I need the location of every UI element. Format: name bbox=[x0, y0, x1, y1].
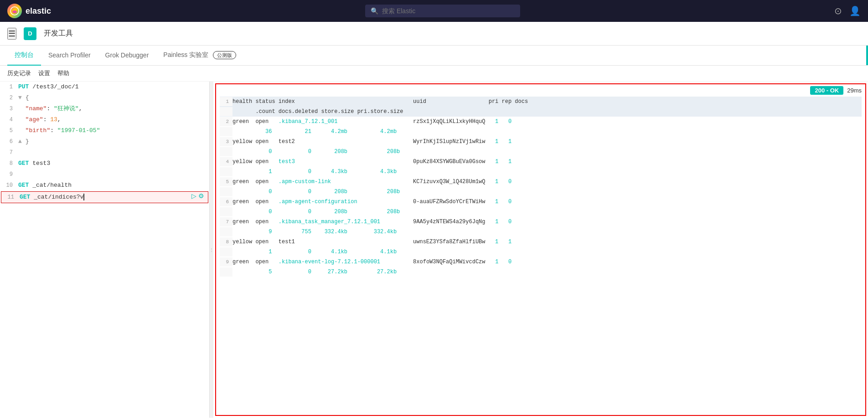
elastic-icon bbox=[10, 6, 19, 15]
toolbar: 历史记录 设置 帮助 bbox=[0, 66, 868, 82]
main-content: 1 PUT /test3/_doc/1 2 ▼ { 3 "name": "狂神说… bbox=[0, 82, 868, 418]
user-icon[interactable]: 👤 bbox=[849, 5, 861, 16]
menu-button[interactable]: ☰ bbox=[7, 28, 16, 40]
elastic-logo-text: elastic bbox=[26, 6, 51, 16]
editor-line-4: 4 "age": 13, bbox=[0, 114, 209, 125]
resp-row-3: 3 yellow open test2 WyrIhKjISlupNzIVj1wR… bbox=[220, 137, 862, 147]
editor-line-8: 8 GET test3 bbox=[0, 158, 209, 169]
dev-title: 开发工具 bbox=[44, 29, 73, 38]
editor-panel: 1 PUT /test3/_doc/1 2 ▼ { 3 "name": "狂神说… bbox=[0, 82, 210, 418]
secondary-nav: ☰ D 开发工具 bbox=[0, 22, 868, 46]
tab-profiler[interactable]: Search Profiler bbox=[41, 46, 98, 65]
run-button[interactable]: ▷ bbox=[191, 192, 196, 200]
tab-console[interactable]: 控制台 bbox=[7, 46, 41, 66]
tab-bar: 控制台 Search Profiler Grok Debugger Painle… bbox=[0, 46, 868, 66]
resp-row-2b: 36 21 4.2mb 4.2mb bbox=[220, 127, 862, 137]
help-icon[interactable]: ⊙ bbox=[834, 5, 842, 16]
beta-badge: 公测版 bbox=[213, 51, 236, 59]
resp-row-4: 4 yellow open test3 0puKz84XSYWGBuEVa0Gs… bbox=[220, 157, 862, 167]
response-panel: 200 - OK 29ms 1 health status index uuid… bbox=[215, 83, 866, 416]
line-actions: ▷ ⚙ bbox=[191, 192, 208, 200]
resp-row-8b: 1 0 4.1kb 4.1kb bbox=[220, 247, 862, 257]
editor-line-7: 7 bbox=[0, 147, 209, 158]
resp-row-6: 6 green open .apm-agent-configuration 0-… bbox=[220, 197, 862, 207]
editor-line-2: 2 ▼ { bbox=[0, 92, 209, 103]
editor-line-10: 10 GET _cat/health bbox=[0, 180, 209, 191]
resp-row-8: 8 yellow open test1 uwnsEZ3YSfa8ZfaHlfiU… bbox=[220, 237, 862, 247]
resp-row-2: 2 green open .kibana_7.12.1_001 rzSx1jXq… bbox=[220, 117, 862, 127]
svg-point-2 bbox=[12, 10, 17, 13]
search-input[interactable] bbox=[382, 7, 515, 15]
response-header: 200 - OK 29ms bbox=[216, 84, 865, 97]
resp-row-1b: .count docs.deleted store.size pri.store… bbox=[220, 107, 862, 117]
resp-row-7b: 9 755 332.4kb 332.4kb bbox=[220, 227, 862, 237]
top-nav-left: elastic bbox=[7, 4, 51, 18]
editor-line-3: 3 "name": "狂神说", bbox=[0, 103, 209, 114]
top-nav-right: ⊙ 👤 bbox=[834, 5, 861, 16]
settings-button[interactable]: 设置 bbox=[38, 69, 50, 77]
elastic-logo: elastic bbox=[7, 4, 51, 18]
resp-row-3b: 0 0 208b 208b bbox=[220, 147, 862, 157]
drag-handle[interactable]: ⋮ bbox=[210, 82, 213, 418]
dev-badge: D bbox=[24, 27, 36, 40]
resp-row-6b: 0 0 208b 208b bbox=[220, 207, 862, 217]
resp-row-9b: 5 0 27.2kb 27.2kb bbox=[220, 267, 862, 277]
tab-painless[interactable]: Painless 实验室 公测版 bbox=[156, 46, 243, 66]
status-badge: 200 - OK bbox=[810, 86, 843, 95]
editor-line-6: 6 ▲ } bbox=[0, 136, 209, 147]
resp-row-5: 5 green open .apm-custom-link KC7izuvxQ3… bbox=[220, 177, 862, 187]
help-button[interactable]: 帮助 bbox=[57, 69, 69, 77]
time-badge: 29ms bbox=[847, 87, 862, 94]
resp-row-5b: 0 0 208b 208b bbox=[220, 187, 862, 197]
resp-row-1: 1 health status index uuid pri rep docs bbox=[220, 97, 862, 107]
tools-button[interactable]: ⚙ bbox=[198, 192, 204, 200]
elastic-logo-icon bbox=[7, 4, 22, 18]
resp-row-4b: 1 0 4.3kb 4.3kb bbox=[220, 167, 862, 177]
editor-line-9: 9 bbox=[0, 169, 209, 180]
editor-line-5: 5 "birth": "1997-01-05" bbox=[0, 125, 209, 136]
editor-line-11: 11 GET _cat/indices?v ▷ ⚙ bbox=[1, 191, 208, 203]
top-nav: elastic 🔍 ⊙ 👤 bbox=[0, 0, 868, 22]
search-icon: 🔍 bbox=[371, 7, 378, 15]
tab-grok[interactable]: Grok Debugger bbox=[98, 46, 156, 65]
response-content: 1 health status index uuid pri rep docs … bbox=[216, 97, 865, 411]
right-border-accent bbox=[866, 46, 868, 65]
search-bar[interactable]: 🔍 bbox=[365, 5, 520, 17]
resp-row-7: 7 green open .kibana_task_manager_7.12.1… bbox=[220, 217, 862, 227]
resp-row-9: 9 green open .kibana-event-log-7.12.1-00… bbox=[220, 257, 862, 267]
history-button[interactable]: 历史记录 bbox=[7, 69, 31, 77]
editor-line-1: 1 PUT /test3/_doc/1 bbox=[0, 82, 209, 92]
